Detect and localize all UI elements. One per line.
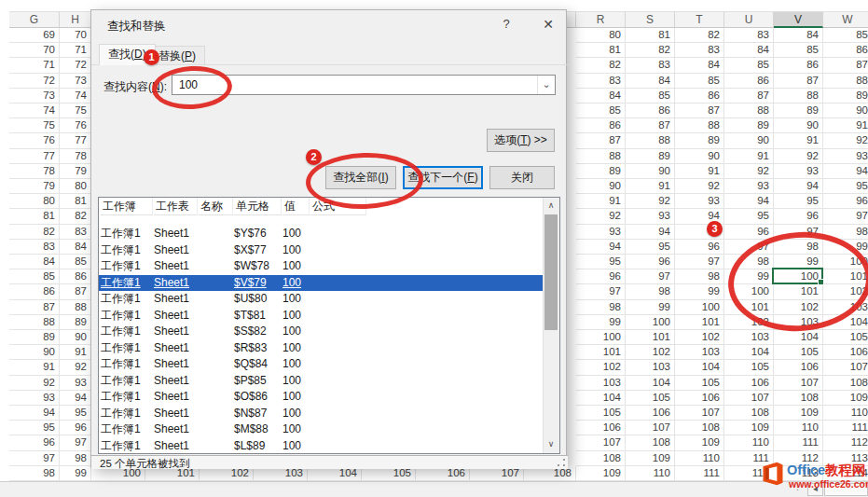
cell-U27[interactable]: 109 [724,421,774,435]
cell-U2[interactable]: 84 [724,43,774,58]
cell-T22[interactable]: 103 [675,345,724,360]
cell-G9[interactable]: 77 [9,149,60,164]
cell-V24[interactable]: 107 [774,376,823,391]
cell-V26[interactable]: 109 [774,406,823,421]
cell-H17[interactable]: 86 [60,269,91,284]
cell-T21[interactable]: 102 [675,330,724,345]
cell-V9[interactable]: 92 [774,149,823,164]
cell-U28[interactable]: 110 [724,435,774,450]
results-scrollbar[interactable]: ∧ ∨ [543,198,559,453]
cell-U9[interactable]: 91 [724,149,774,164]
result-row-Q84[interactable]: 工作簿1Sheet1$Q$84100 [99,356,544,373]
cell-U22[interactable]: 104 [724,345,774,360]
cell-H25[interactable]: 94 [60,391,91,406]
column-header-H[interactable]: H [60,11,91,28]
cell-G3[interactable]: 71 [9,58,60,73]
cell-T4[interactable]: 85 [675,74,724,89]
cell-R12[interactable]: 91 [576,194,626,209]
cell-R8[interactable]: 87 [576,133,626,148]
cell-H30[interactable]: 99 [60,466,91,481]
cell-T23[interactable]: 104 [675,360,724,375]
cell-T6[interactable]: 87 [675,104,724,118]
cell-T16[interactable]: 97 [675,255,724,269]
cell-U14[interactable]: 96 [724,225,774,240]
cell-V27[interactable]: 110 [774,421,823,435]
column-header-R[interactable]: R [576,11,626,28]
cell-R9[interactable]: 88 [576,149,626,164]
cell-T30[interactable]: 111 [675,466,724,481]
cell-R1[interactable]: 80 [576,28,626,43]
cell-T5[interactable]: 86 [675,89,724,104]
cell-H13[interactable]: 82 [60,209,91,224]
cell-T2[interactable]: 83 [675,43,724,58]
cell-H23[interactable]: 92 [60,360,91,375]
cell-V12[interactable]: 95 [774,194,823,209]
cell-W21[interactable]: 105 [823,330,868,345]
cell-T10[interactable]: 91 [675,164,724,179]
cell-W25[interactable]: 109 [823,391,868,406]
cell-H5[interactable]: 74 [60,89,91,104]
cell-S11[interactable]: 91 [626,179,675,194]
result-row-O86[interactable]: 工作簿1Sheet1$O$86100 [99,389,544,406]
cell-U8[interactable]: 90 [724,133,774,148]
cell-G17[interactable]: 85 [9,269,60,284]
cell-G30[interactable]: 98 [9,466,60,481]
cell-S7[interactable]: 87 [626,118,675,133]
cell-H21[interactable]: 90 [60,330,91,345]
cell-R6[interactable]: 85 [576,104,626,118]
cell-H12[interactable]: 81 [60,194,91,209]
cell-R4[interactable]: 83 [576,74,626,89]
cell-W5[interactable]: 89 [823,89,868,104]
cell-S25[interactable]: 105 [626,391,675,406]
resize-grip-icon[interactable] [557,458,566,467]
cell-S9[interactable]: 89 [626,149,675,164]
cell-G18[interactable]: 86 [9,284,60,299]
cell-W4[interactable]: 88 [823,74,868,89]
cell-V23[interactable]: 106 [774,360,823,375]
cell-G22[interactable]: 90 [9,345,60,360]
cell-T25[interactable]: 106 [675,391,724,406]
cell-W24[interactable]: 108 [823,376,868,391]
scrollbar-thumb[interactable] [544,214,558,330]
cell-H3[interactable]: 72 [60,58,91,73]
cell-H6[interactable]: 75 [60,104,91,118]
cell-V22[interactable]: 105 [774,345,823,360]
results-column-header[interactable]: 工作表 [154,198,198,215]
cell-S21[interactable]: 101 [626,330,675,345]
column-header-U[interactable]: U [724,11,774,28]
scroll-down-icon[interactable]: ∨ [544,437,558,452]
results-column-header[interactable]: 单元格 [234,198,282,215]
cell-G10[interactable]: 78 [9,164,60,179]
result-row-T81[interactable]: 工作簿1Sheet1$T$81100 [99,308,544,324]
cell-S15[interactable]: 95 [626,240,675,255]
cell-S2[interactable]: 82 [626,43,675,58]
cell-G20[interactable]: 88 [9,315,60,330]
cell-H26[interactable]: 95 [60,406,91,421]
cell-R22[interactable]: 101 [576,345,626,360]
cell-W6[interactable]: 90 [823,104,868,118]
cell-W23[interactable]: 107 [823,360,868,375]
cell-S23[interactable]: 103 [626,360,675,375]
cell-R13[interactable]: 92 [576,209,626,224]
cell-S19[interactable]: 99 [626,300,675,315]
help-icon[interactable]: ? [492,12,520,36]
column-header-G[interactable]: G [9,11,60,28]
cell-U10[interactable]: 92 [724,164,774,179]
cell-S30[interactable]: 110 [626,466,675,481]
cell-V3[interactable]: 86 [774,58,823,73]
cell-H19[interactable]: 88 [60,300,91,315]
cell-U13[interactable]: 95 [724,209,774,224]
cell-U4[interactable]: 86 [724,74,774,89]
cell-T26[interactable]: 107 [675,406,724,421]
cell-W3[interactable]: 87 [823,58,868,73]
result-row-W78[interactable]: 工作簿1Sheet1$W$78100 [99,258,544,275]
cell-V2[interactable]: 85 [774,43,823,58]
cell-S20[interactable]: 100 [626,315,675,330]
cell-H4[interactable]: 73 [60,74,91,89]
cell-R29[interactable]: 108 [576,451,626,466]
column-header-V[interactable]: V [774,11,823,28]
cell-G5[interactable]: 73 [9,89,60,104]
cell-S13[interactable]: 93 [626,209,675,224]
cell-S16[interactable]: 96 [626,255,675,269]
cell-G1[interactable]: 69 [9,28,60,43]
